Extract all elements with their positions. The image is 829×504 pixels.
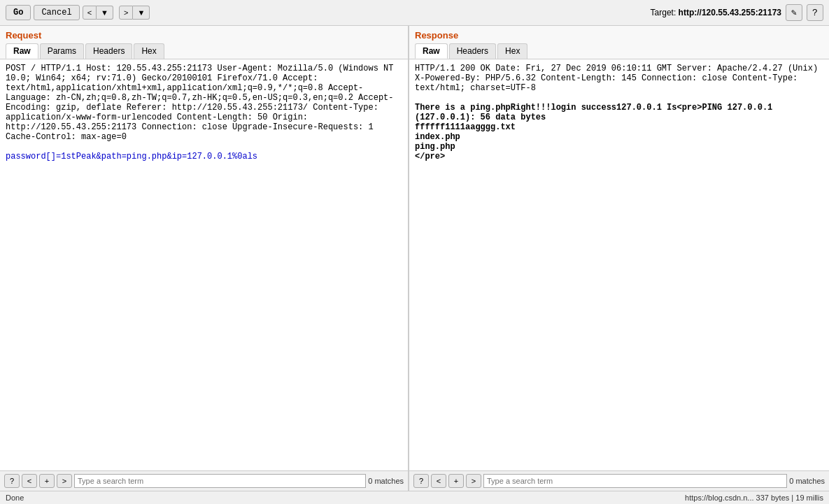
toolbar: Go Cancel < ▼ > ▼ Target: http://120.55.… bbox=[0, 0, 829, 26]
toolbar-right: Target: http://120.55.43.255:21173 ✎ ? bbox=[651, 4, 823, 21]
target-url: http://120.55.43.255:21173 bbox=[679, 8, 781, 17]
request-tabs: Raw Params Headers Hex bbox=[6, 43, 402, 59]
forward-dropdown-button[interactable]: ▼ bbox=[133, 6, 150, 20]
request-content: POST / HTTP/1.1 Host: 120.55.43.255:2117… bbox=[0, 59, 408, 470]
status-bar: Done https://blog.csdn.n... 337 bytes | … bbox=[0, 491, 829, 504]
response-body-line1: There is a ping.phpRight!!!login success… bbox=[415, 103, 772, 122]
tab-response-raw[interactable]: Raw bbox=[415, 43, 448, 59]
back-nav-group: < ▼ bbox=[83, 6, 113, 20]
response-search-next[interactable]: > bbox=[466, 474, 481, 488]
response-search-bar: ? < + > 0 matches bbox=[409, 470, 829, 491]
status-right: https://blog.csdn.n... 337 bytes | 19 mi… bbox=[685, 494, 823, 502]
tab-response-headers[interactable]: Headers bbox=[449, 43, 496, 59]
tab-request-raw[interactable]: Raw bbox=[6, 43, 38, 59]
edit-icon-button[interactable]: ✎ bbox=[786, 4, 802, 21]
response-body: There is a ping.phpRight!!!login success… bbox=[415, 103, 823, 161]
request-match-count: 0 matches bbox=[368, 477, 404, 485]
status-left: Done bbox=[6, 494, 24, 502]
target-label: Target: http://120.55.43.255:21173 bbox=[651, 8, 781, 17]
request-search-input[interactable] bbox=[74, 474, 366, 488]
request-title: Request bbox=[6, 30, 402, 41]
response-title: Response bbox=[415, 30, 823, 41]
response-search-next-plus[interactable]: + bbox=[448, 474, 464, 488]
main-panels: Request Raw Params Headers Hex POST / HT… bbox=[0, 26, 829, 491]
request-panel-header: Request Raw Params Headers Hex bbox=[0, 26, 408, 59]
request-headers-text: POST / HTTP/1.1 Host: 120.55.43.255:2117… bbox=[6, 64, 402, 142]
cancel-button[interactable]: Cancel bbox=[34, 5, 79, 20]
back-dropdown-button[interactable]: ▼ bbox=[97, 6, 113, 20]
request-panel: Request Raw Params Headers Hex POST / HT… bbox=[0, 26, 409, 491]
response-body-line5: </pre> bbox=[415, 152, 445, 161]
request-search-bar: ? < + > 0 matches bbox=[0, 470, 408, 491]
request-post-data: password[]=1stPeak&path=ping.php&ip=127.… bbox=[6, 152, 402, 161]
response-match-count: 0 matches bbox=[789, 477, 825, 485]
response-search-input[interactable] bbox=[483, 474, 787, 488]
response-panel-header: Response Raw Headers Hex bbox=[409, 26, 829, 59]
tab-request-hex[interactable]: Hex bbox=[134, 43, 164, 59]
back-button[interactable]: < bbox=[83, 6, 97, 20]
response-body-line3: index.php bbox=[415, 132, 460, 142]
toolbar-left: Go Cancel < ▼ > ▼ bbox=[6, 5, 648, 20]
response-tabs: Raw Headers Hex bbox=[415, 43, 823, 59]
request-search-next[interactable]: > bbox=[57, 474, 72, 488]
response-content: HTTP/1.1 200 OK Date: Fri, 27 Dec 2019 0… bbox=[409, 59, 829, 470]
response-search-prev[interactable]: < bbox=[431, 474, 446, 488]
help-icon-button[interactable]: ? bbox=[807, 4, 823, 21]
response-headers-text: HTTP/1.1 200 OK Date: Fri, 27 Dec 2019 0… bbox=[415, 64, 823, 93]
response-body-line4: ping.php bbox=[415, 142, 455, 152]
request-search-help[interactable]: ? bbox=[4, 474, 20, 488]
response-panel: Response Raw Headers Hex HTTP/1.1 200 OK… bbox=[409, 26, 829, 491]
tab-request-params[interactable]: Params bbox=[40, 43, 84, 59]
response-search-help[interactable]: ? bbox=[413, 474, 429, 488]
go-button[interactable]: Go bbox=[6, 5, 31, 20]
request-search-prev[interactable]: < bbox=[22, 474, 37, 488]
forward-nav-group: > ▼ bbox=[119, 6, 150, 20]
response-body-line2: ffffff1111aagggg.txt bbox=[415, 122, 516, 132]
tab-response-hex[interactable]: Hex bbox=[497, 43, 527, 59]
tab-request-headers[interactable]: Headers bbox=[85, 43, 132, 59]
forward-button[interactable]: > bbox=[119, 6, 133, 20]
request-search-next-plus[interactable]: + bbox=[39, 474, 55, 488]
